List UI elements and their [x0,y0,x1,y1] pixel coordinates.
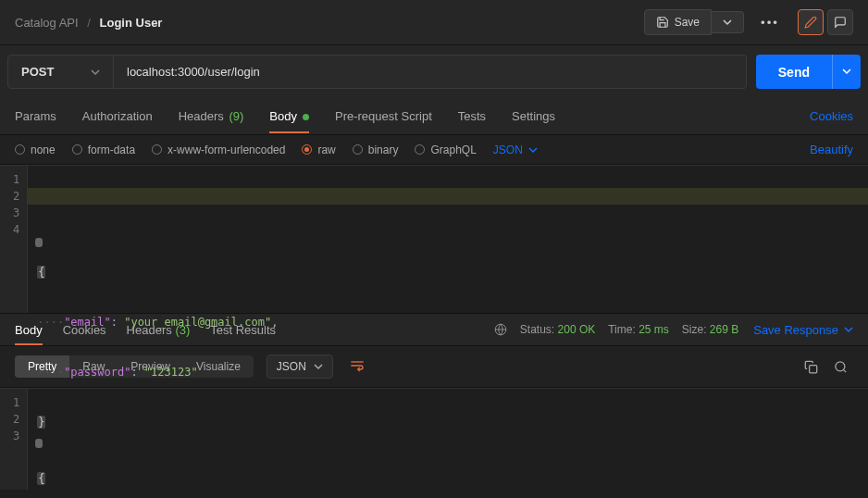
body-type-raw[interactable]: raw [302,143,335,156]
tab-authorization[interactable]: Authorization [82,100,153,132]
body-type-binary[interactable]: binary [353,143,399,156]
send-label: Send [778,65,810,80]
save-icon [656,16,669,29]
tab-pre-request-script[interactable]: Pre-request Script [335,100,432,132]
tab-params[interactable]: Params [15,100,56,132]
beautify-link[interactable]: Beautify [810,143,853,156]
send-button[interactable]: Send [756,55,832,89]
more-icon: ••• [761,16,779,30]
body-type-graphql[interactable]: GraphQL [415,143,476,156]
editor-gutter: 1 2 3 4 [0,166,28,313]
tab-tests[interactable]: Tests [458,100,486,132]
tab-body[interactable]: Body [269,100,309,132]
method-select[interactable]: POST [7,55,114,89]
url-input[interactable] [114,55,747,89]
breadcrumb: Catalog API / Login User [15,16,162,30]
request-body-editor[interactable]: 1 2 3 4 { ····"email": "your_email@gmail… [0,165,868,313]
more-options-button[interactable]: ••• [755,9,785,35]
body-type-form-data[interactable]: form-data [72,143,135,156]
body-type-x-www-form-urlencoded[interactable]: x-www-form-urlencoded [152,143,285,156]
method-value: POST [21,65,54,79]
breadcrumb-separator: / [87,16,91,30]
modified-indicator [303,114,309,120]
body-format-select[interactable]: JSON [493,143,538,156]
pencil-icon [804,16,817,29]
breadcrumb-parent[interactable]: Catalog API [15,16,79,30]
chevron-down-icon [91,68,100,77]
save-dropdown[interactable] [712,11,744,33]
scrollbar-thumb[interactable] [35,238,43,247]
cookies-link[interactable]: Cookies [810,109,853,123]
edit-button[interactable] [798,9,824,35]
tab-headers[interactable]: Headers (9) [179,100,244,132]
response-body-editor[interactable]: 1 2 3 { ····"token": "eyJhbGciOiJIUzI1Ni… [0,388,868,490]
tab-settings[interactable]: Settings [512,100,555,132]
comments-button[interactable] [827,9,853,35]
comment-icon [834,16,847,29]
editor-gutter: 1 2 3 [0,389,28,490]
breadcrumb-current: Login User [100,16,163,30]
body-type-none[interactable]: none [15,143,56,156]
send-dropdown[interactable] [832,55,861,89]
chevron-down-icon [723,18,732,27]
chevron-down-icon [528,145,538,155]
scrollbar-thumb[interactable] [35,439,43,448]
save-label: Save [675,16,700,29]
save-button[interactable]: Save [644,9,712,35]
chevron-down-icon [842,67,851,76]
